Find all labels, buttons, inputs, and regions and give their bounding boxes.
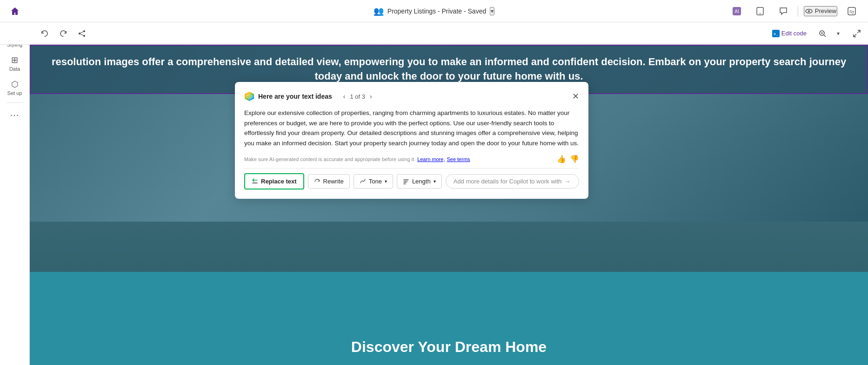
replace-text-button[interactable]: Replace text bbox=[244, 173, 304, 189]
tablet-view-button[interactable] bbox=[751, 5, 769, 17]
copilot-logo bbox=[244, 91, 254, 101]
preview-label: Preview bbox=[815, 7, 836, 14]
add-details-label: Add more details for Copilot to work wit… bbox=[454, 178, 562, 185]
ai-disclaimer-row: Make sure AI-generated content is accura… bbox=[244, 155, 579, 163]
svg-point-8 bbox=[83, 30, 85, 32]
ai-popup: Here are your text ideas ‹ 1 of 3 › ✕ Ex… bbox=[235, 82, 588, 199]
ai-popup-header: Here are your text ideas ‹ 1 of 3 › ✕ bbox=[244, 91, 579, 101]
svg-line-12 bbox=[80, 34, 83, 35]
tone-dropdown-arrow: ▾ bbox=[385, 179, 387, 184]
home-icon bbox=[10, 7, 20, 16]
zoom-dropdown-button[interactable]: ▾ bbox=[831, 26, 846, 41]
share-icon bbox=[78, 29, 86, 38]
ai-popup-actions: Replace text Rewrite Tone ▾ bbox=[244, 173, 579, 189]
setup-icon: ⬡ bbox=[11, 79, 19, 89]
tablet-icon bbox=[756, 7, 764, 15]
thumbs-up-button[interactable]: 👍 bbox=[557, 155, 566, 163]
discover-heading: Discover Your Dream Home bbox=[351, 338, 547, 356]
length-button[interactable]: Length ▾ bbox=[397, 174, 442, 189]
ai-disclaimer-text: Make sure AI-generated content is accura… bbox=[244, 156, 470, 162]
svg-line-11 bbox=[80, 32, 83, 33]
pagination-current: 1 of 3 bbox=[350, 93, 365, 100]
share-button[interactable] bbox=[74, 26, 89, 41]
add-details-button[interactable]: Add more details for Copilot to work wit… bbox=[446, 174, 579, 189]
svg-point-9 bbox=[79, 33, 80, 34]
tone-icon bbox=[360, 178, 366, 185]
redo-button[interactable] bbox=[56, 26, 71, 41]
svg-line-19 bbox=[857, 30, 860, 33]
ai-pagination: ‹ 1 of 3 › bbox=[341, 92, 374, 101]
redo-icon bbox=[59, 29, 67, 38]
ai-popup-header-left: Here are your text ideas ‹ 1 of 3 › bbox=[244, 91, 374, 101]
svg-point-3 bbox=[760, 13, 761, 14]
length-label: Length bbox=[412, 178, 431, 185]
hero-text: resolution images offer a comprehensive … bbox=[40, 55, 858, 84]
expand-icon bbox=[853, 29, 861, 38]
length-dropdown-arrow: ▾ bbox=[434, 179, 436, 184]
bottom-section: Discover Your Dream Home bbox=[30, 272, 868, 365]
svg-line-16 bbox=[824, 35, 826, 37]
replace-icon bbox=[252, 178, 258, 185]
disclaimer-message: Make sure AI-generated content is accura… bbox=[244, 156, 415, 162]
undo-button[interactable] bbox=[37, 26, 52, 41]
thumbs-down-button[interactable]: 👎 bbox=[570, 155, 579, 163]
svg-text:Sy: Sy bbox=[849, 9, 855, 14]
top-header: 👥 Property Listings - Private - Saved ▾ … bbox=[0, 0, 868, 22]
add-details-arrow: → bbox=[564, 178, 570, 185]
sidebar: 📄 Pages 🎨 Styling ⊞ Data ⬡ Set up ··· bbox=[0, 0, 30, 365]
sidebar-item-data[interactable]: ⊞ Data bbox=[3, 52, 27, 74]
expand-button[interactable] bbox=[849, 26, 864, 41]
document-title: Property Listings - Private - Saved bbox=[387, 7, 486, 15]
replace-text-label: Replace text bbox=[261, 178, 297, 185]
ai-popup-title: Here are your text ideas bbox=[258, 93, 332, 100]
data-icon: ⊞ bbox=[11, 55, 18, 65]
rewrite-label: Rewrite bbox=[323, 178, 344, 185]
second-toolbar: >_ Edit code ▾ bbox=[0, 22, 868, 45]
header-center: 👥 Property Listings - Private - Saved ▾ bbox=[374, 6, 494, 16]
copilot-button[interactable]: AI bbox=[728, 5, 746, 17]
zoom-controls: ▾ bbox=[815, 26, 846, 41]
zoom-in-button[interactable] bbox=[815, 26, 830, 41]
title-dropdown-button[interactable]: ▾ bbox=[490, 7, 494, 15]
tone-label: Tone bbox=[369, 178, 382, 185]
svg-point-5 bbox=[808, 10, 810, 12]
more-icon: ··· bbox=[10, 109, 20, 120]
sidebar-item-more[interactable]: ··· bbox=[3, 107, 27, 123]
sync-icon: Sy bbox=[848, 7, 856, 15]
vscode-icon: >_ bbox=[772, 30, 780, 37]
svg-text:AI: AI bbox=[734, 9, 739, 14]
sidebar-divider bbox=[7, 102, 23, 103]
home-button[interactable] bbox=[7, 4, 22, 19]
rewrite-button[interactable]: Rewrite bbox=[308, 174, 350, 189]
sync-button[interactable]: Sy bbox=[843, 5, 861, 17]
length-icon bbox=[403, 178, 409, 185]
header-right: AI Preview Sy bbox=[728, 5, 861, 17]
pagination-next-button[interactable]: › bbox=[368, 92, 374, 101]
ai-close-button[interactable]: ✕ bbox=[572, 91, 579, 101]
edit-code-button[interactable]: >_ Edit code bbox=[768, 28, 811, 39]
person-group-icon: 👥 bbox=[374, 6, 384, 16]
toolbar-left bbox=[37, 26, 89, 41]
preview-button[interactable]: Preview bbox=[804, 6, 837, 16]
toolbar-right: >_ Edit code ▾ bbox=[768, 26, 864, 41]
ai-popup-body: Explore our extensive collection of prop… bbox=[244, 108, 579, 148]
undo-icon bbox=[40, 29, 49, 38]
comment-icon bbox=[779, 7, 788, 15]
main-area: resolution images offer a comprehensive … bbox=[30, 45, 868, 365]
svg-line-20 bbox=[854, 34, 856, 37]
eye-icon bbox=[805, 7, 813, 15]
zoom-icon bbox=[818, 29, 827, 38]
svg-point-10 bbox=[83, 35, 85, 37]
pagination-prev-button[interactable]: ‹ bbox=[341, 92, 347, 101]
comment-button[interactable] bbox=[775, 5, 792, 17]
learn-more-link[interactable]: Learn more, bbox=[417, 156, 445, 162]
header-left bbox=[7, 4, 22, 19]
ai-popup-divider bbox=[244, 168, 579, 169]
rewrite-icon bbox=[314, 178, 320, 185]
ai-feedback-buttons: 👍 👎 bbox=[557, 155, 579, 163]
tone-button[interactable]: Tone ▾ bbox=[354, 174, 393, 189]
svg-text:>_: >_ bbox=[774, 32, 779, 36]
sidebar-item-setup[interactable]: ⬡ Set up bbox=[3, 76, 27, 99]
header-divider bbox=[798, 6, 798, 17]
see-terms-link[interactable]: See terms bbox=[447, 156, 470, 162]
